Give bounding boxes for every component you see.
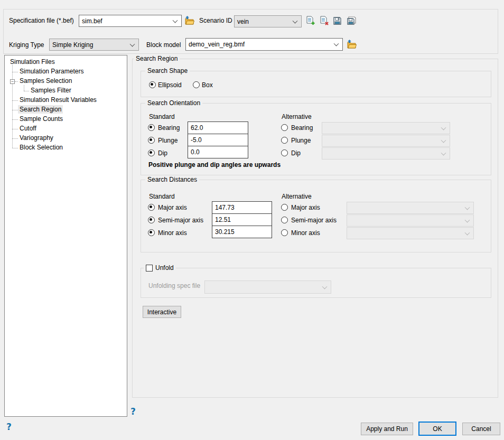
search-orientation-group: Search Orientation Standard Alternative …: [141, 103, 491, 175]
tree-connector: [12, 100, 18, 101]
alternative-header: Alternative: [282, 193, 312, 200]
semi-major-axis-standard-radio[interactable]: [148, 217, 155, 223]
spec-file-label: Specification file (*.bef): [9, 17, 74, 24]
semi-major-axis-input[interactable]: [212, 213, 272, 226]
plunge-dip-note: Positive plunge and dip angles are upwar…: [148, 161, 281, 168]
plunge-input[interactable]: [188, 134, 248, 146]
tree-item-search-region[interactable]: Search Region: [20, 105, 63, 115]
scenario-id-combo[interactable]: vein: [234, 15, 302, 27]
minor-axis-alternative-combo[interactable]: [347, 227, 474, 239]
chevron-down-icon: [293, 18, 298, 23]
bearing-alternative-radio[interactable]: [281, 124, 288, 131]
ellipsoid-radio[interactable]: [149, 81, 156, 88]
kriging-type-label: Kriging Type: [9, 41, 44, 49]
bearing-standard-label: Bearing: [158, 124, 180, 132]
tree-item-cutoff[interactable]: Cutoff: [20, 124, 36, 134]
major-axis-input[interactable]: [212, 201, 272, 214]
search-distances-title: Search Distances: [145, 176, 199, 184]
delete-scenario-icon[interactable]: [319, 16, 329, 25]
standard-header: Standard: [149, 113, 175, 120]
standard-header: Standard: [149, 193, 175, 200]
tree-item-simulation-parameters[interactable]: Simulation Parameters: [20, 67, 83, 77]
dip-alternative-combo[interactable]: [322, 147, 450, 160]
kriging-type-combo[interactable]: Simple Kriging: [49, 39, 139, 51]
search-distances-group: Search Distances Standard Alternative Ma…: [141, 180, 491, 252]
dip-alternative-radio[interactable]: [281, 149, 288, 156]
minor-axis-standard-radio[interactable]: [148, 229, 155, 236]
bearing-standard-radio[interactable]: [148, 124, 155, 131]
tree-item-samples-filter[interactable]: Samples Filter: [31, 86, 71, 96]
tree-item-simulation-files[interactable]: Simulation Files: [10, 58, 55, 67]
chevron-down-icon: [334, 41, 339, 46]
apply-and-run-button[interactable]: Apply and Run: [361, 423, 413, 435]
kriging-dialog: Specification file (*.bef) sim.bef Scena…: [0, 0, 504, 440]
unfold-label: Unfold: [155, 264, 174, 272]
kriging-type-value: Simple Kriging: [52, 41, 93, 49]
box-radio-label: Box: [202, 81, 213, 89]
top-panel: Specification file (*.bef) sim.bef Scena…: [3, 9, 498, 54]
unfolding-spec-file-label: Unfolding spec file: [148, 282, 200, 289]
plunge-standard-label: Plunge: [158, 137, 178, 144]
ok-button[interactable]: OK: [418, 422, 456, 436]
chevron-down-icon: [441, 125, 446, 130]
plunge-alternative-label: Plunge: [291, 137, 311, 144]
spec-file-combo[interactable]: sim.bef: [79, 15, 182, 27]
minor-axis-alternative-radio[interactable]: [281, 229, 288, 236]
semi-major-axis-alternative-label: Semi-major axis: [291, 217, 337, 224]
tree-item-sample-counts[interactable]: Sample Counts: [20, 115, 63, 124]
help-icon[interactable]: ?: [130, 407, 136, 416]
minor-axis-input[interactable]: [212, 226, 272, 238]
save-scenario-as-icon[interactable]: [347, 16, 356, 26]
tree-item-simulation-result-variables[interactable]: Simulation Result Variables: [20, 96, 97, 105]
help-icon[interactable]: ?: [6, 422, 12, 432]
open-folder-icon[interactable]: [347, 40, 357, 49]
search-orientation-title: Search Orientation: [145, 99, 202, 107]
plunge-alternative-combo[interactable]: [322, 135, 450, 147]
chevron-down-icon: [465, 204, 470, 210]
search-shape-title: Search Shape: [145, 67, 190, 75]
dip-input[interactable]: [188, 146, 248, 158]
major-axis-alternative-radio[interactable]: [281, 204, 288, 211]
cancel-button[interactable]: Cancel: [462, 423, 500, 435]
chevron-down-icon: [322, 284, 328, 289]
collapse-icon[interactable]: −: [10, 79, 15, 84]
unfold-checkbox[interactable]: [146, 265, 153, 272]
minor-axis-alternative-label: Minor axis: [291, 229, 320, 237]
tree-connector: [12, 148, 18, 148]
search-shape-group: Search Shape Ellipsoid Box: [141, 71, 491, 97]
bearing-alternative-combo[interactable]: [322, 122, 450, 134]
tree-item-block-selection[interactable]: Block Selection: [20, 143, 63, 153]
bearing-input[interactable]: [188, 121, 248, 134]
tree-connector: [12, 129, 18, 129]
major-axis-standard-radio[interactable]: [148, 204, 155, 211]
plunge-alternative-radio[interactable]: [281, 137, 288, 144]
chevron-down-icon: [441, 150, 446, 155]
major-axis-standard-label: Major axis: [158, 204, 187, 211]
tree-connector: [12, 72, 18, 72]
chevron-down-icon: [441, 137, 446, 143]
ellipsoid-radio-label: Ellipsoid: [158, 81, 182, 89]
tree-item-variography[interactable]: Variography: [20, 134, 53, 143]
tree-connector: [24, 91, 29, 91]
semi-major-axis-alternative-radio[interactable]: [281, 217, 288, 223]
block-model-combo[interactable]: demo_vein_reg.bmf: [185, 38, 343, 51]
chevron-down-icon: [173, 17, 178, 23]
unfolding-spec-file-combo[interactable]: [204, 280, 331, 294]
interactive-button[interactable]: Interactive: [143, 306, 181, 318]
semi-major-axis-alternative-combo[interactable]: [347, 214, 474, 227]
dip-standard-label: Dip: [158, 149, 167, 157]
scenario-id-label: Scenario ID: [199, 17, 232, 24]
tree-item-samples-selection[interactable]: Samples Selection: [20, 77, 72, 86]
new-scenario-icon[interactable]: [305, 16, 315, 25]
search-region-group: Search Region Search Shape Ellipsoid Box…: [132, 59, 498, 398]
tree-connector: [12, 65, 13, 148]
chevron-down-icon: [465, 230, 470, 235]
box-radio[interactable]: [193, 81, 200, 88]
alternative-header: Alternative: [282, 113, 312, 120]
plunge-standard-radio[interactable]: [148, 137, 155, 144]
major-axis-alternative-combo[interactable]: [347, 202, 474, 214]
open-folder-icon[interactable]: [184, 16, 194, 25]
dip-standard-radio[interactable]: [148, 149, 155, 156]
save-scenario-icon[interactable]: [333, 16, 342, 26]
scenario-id-value: vein: [237, 18, 249, 25]
